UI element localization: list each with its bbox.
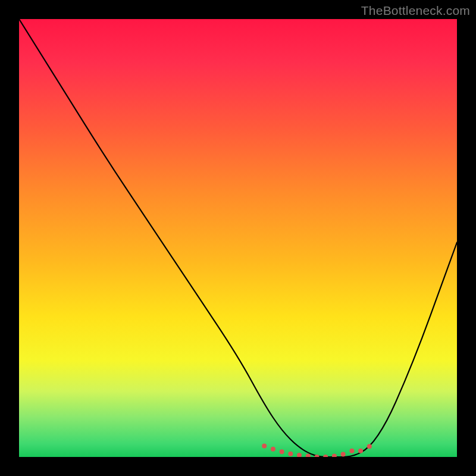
plateau-dot: [349, 449, 354, 453]
watermark: TheBottleneck.com: [361, 4, 470, 18]
plateau-dot: [332, 454, 337, 458]
plateau-dot: [280, 449, 284, 454]
plateau-dot: [358, 449, 363, 453]
plateau-dot: [306, 454, 311, 458]
chart-svg: [19, 19, 457, 457]
plateau-dot: [262, 444, 267, 449]
plateau-dot: [271, 447, 275, 452]
plateau-dot: [297, 453, 302, 457]
plateau-dot: [341, 452, 346, 457]
plateau-dot: [288, 452, 293, 456]
plateau-dot: [323, 455, 328, 457]
plot-area: [19, 19, 457, 457]
plateau-dot: [367, 444, 372, 449]
chart-frame: TheBottleneck.com: [0, 0, 476, 476]
curve-line: [19, 19, 457, 457]
